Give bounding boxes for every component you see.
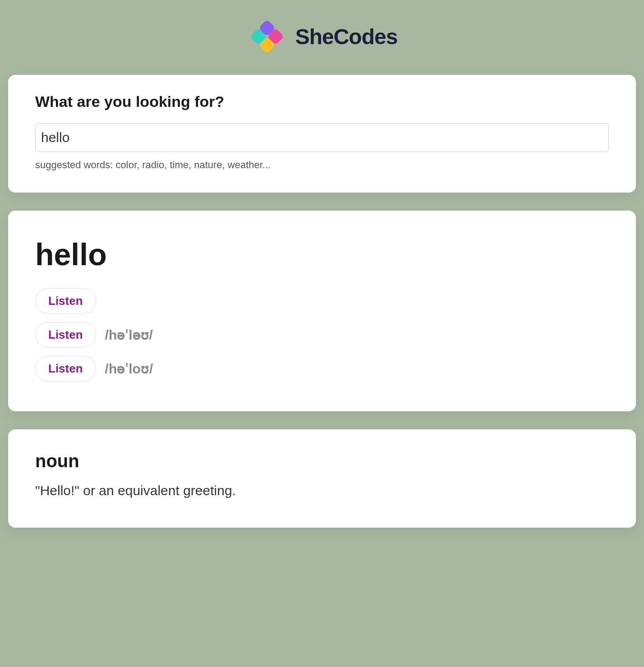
listen-button[interactable]: Listen [35,356,96,382]
search-heading: What are you looking for? [35,93,609,110]
listen-button[interactable]: Listen [35,322,96,348]
brand-name: SheCodes [295,24,398,49]
phonetic-row: Listen /həˈloʊ/ [35,356,609,382]
search-input[interactable] [35,123,609,152]
phonetic-text: /həˈloʊ/ [105,361,153,377]
part-of-speech: noun [35,451,609,471]
brand-header: SheCodes [8,16,636,57]
phonetic-row: Listen [35,288,609,314]
phonetic-text: /həˈləʊ/ [105,327,153,343]
result-word: hello [35,237,609,272]
definition-card: noun "Hello!" or an equivalent greeting. [8,429,636,528]
phonetic-row: Listen /həˈləʊ/ [35,322,609,348]
phonetics-list: Listen Listen /həˈləʊ/ Listen /həˈloʊ/ [35,288,609,382]
result-card: hello Listen Listen /həˈləʊ/ Listen /həˈ… [8,211,636,411]
suggested-words: suggested words: color, radio, time, nat… [35,159,609,171]
listen-button[interactable]: Listen [35,288,96,314]
brand-logo-icon [247,16,287,57]
definition-text: "Hello!" or an equivalent greeting. [35,480,609,501]
search-card: What are you looking for? suggested word… [8,75,636,193]
